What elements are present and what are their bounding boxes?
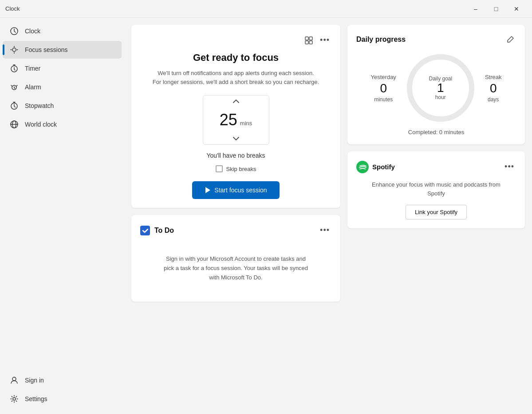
spotify-header: Spotify ••• [356, 160, 516, 173]
worldclock-icon [10, 120, 19, 129]
streak-label: Streak [485, 74, 502, 80]
time-value-row: 25 mins [213, 107, 260, 133]
minimize-button[interactable]: – [465, 2, 486, 16]
sidebar-item-worldclock[interactable]: World clock [3, 115, 122, 133]
play-icon [205, 187, 211, 194]
title-bar: Clock – □ ✕ [0, 0, 532, 18]
sidebar-label-stopwatch: Stopwatch [25, 102, 54, 109]
progress-title: Daily progress [356, 36, 406, 44]
person-icon [10, 376, 19, 385]
completed-text: Completed: 0 minutes [356, 129, 516, 135]
todo-logo-icon [140, 226, 150, 235]
app-body: Clock Focus sessions [0, 18, 532, 414]
time-unit: mins [240, 120, 252, 127]
todo-header: To Do ••• [140, 224, 331, 237]
focus-card-header: ••• [140, 34, 331, 47]
streak-value: 0 [485, 82, 502, 95]
streak-unit: days [485, 96, 502, 103]
clock-icon [10, 27, 19, 36]
daily-progress-card: Daily progress Yesterday 0 minutes [347, 25, 525, 144]
start-focus-button[interactable]: Start focus session [192, 181, 279, 199]
edit-progress-button[interactable] [504, 34, 516, 45]
sidebar-item-alarm[interactable]: Alarm [3, 78, 122, 96]
sidebar-label-settings: Settings [25, 395, 47, 402]
stopwatch-icon [10, 101, 19, 110]
todo-title: To Do [154, 227, 174, 235]
title-bar-controls: – □ ✕ [465, 2, 527, 16]
sidebar-label-focus: Focus sessions [25, 46, 67, 53]
active-indicator [3, 44, 4, 55]
sidebar-item-clock[interactable]: Clock [3, 22, 122, 40]
svg-rect-8 [309, 37, 312, 40]
sidebar-label-timer: Timer [25, 65, 40, 72]
right-column: Daily progress Yesterday 0 minutes [347, 25, 525, 407]
link-spotify-button[interactable]: Link your Spotify [406, 205, 467, 219]
sidebar: Clock Focus sessions [0, 18, 124, 414]
spotify-logo-icon [356, 161, 369, 173]
todo-description: Sign in with your Microsoft Account to c… [140, 244, 331, 293]
edit-icon [506, 36, 514, 44]
left-column: ••• Get ready to focus We'll turn off no… [131, 25, 340, 407]
spotify-description: Enhance your focus with music and podcas… [356, 180, 516, 198]
svg-rect-10 [309, 41, 312, 44]
time-number: 25 [220, 111, 237, 129]
sidebar-item-timer[interactable]: Timer [3, 60, 122, 77]
maximize-button[interactable]: □ [486, 2, 506, 16]
svg-rect-7 [305, 37, 308, 40]
chevron-down-icon [233, 136, 240, 141]
app-title: Clock [5, 5, 20, 12]
todo-title-row: To Do [140, 226, 174, 235]
streak-stat: Streak 0 days [485, 74, 502, 103]
start-button-label: Start focus session [214, 187, 267, 194]
close-button[interactable]: ✕ [506, 2, 527, 16]
focus-icon [10, 45, 19, 54]
compact-view-button[interactable] [303, 34, 315, 47]
spotify-more-options-button[interactable]: ••• [503, 160, 516, 173]
daily-goal-unit: hour [429, 94, 453, 100]
svg-point-6 [13, 398, 16, 400]
yesterday-value: 0 [371, 82, 396, 95]
svg-point-13 [356, 161, 369, 173]
spotify-logo-row: Spotify [356, 161, 395, 173]
alarm-icon [10, 83, 19, 92]
sidebar-item-signin[interactable]: Sign in [3, 371, 122, 389]
focus-title: Get ready to focus [140, 52, 331, 64]
spotify-brand-name: Spotify [372, 163, 395, 171]
yesterday-label: Yesterday [371, 74, 396, 80]
svg-point-5 [12, 377, 16, 381]
spotify-card: Spotify ••• Enhance your focus with musi… [347, 151, 525, 228]
time-decrease-button[interactable] [203, 133, 269, 144]
sidebar-nav: Clock Focus sessions [0, 18, 124, 370]
todo-card: To Do ••• Sign in with your Microsoft Ac… [131, 215, 340, 302]
timer-icon [10, 64, 19, 73]
yesterday-stat: Yesterday 0 minutes [371, 74, 396, 103]
sidebar-item-settings[interactable]: Settings [3, 390, 122, 408]
sidebar-label-alarm: Alarm [25, 84, 41, 91]
focus-session-card: ••• Get ready to focus We'll turn off no… [131, 25, 340, 208]
skip-breaks-checkbox[interactable] [216, 165, 223, 172]
compact-view-icon [305, 36, 313, 44]
circle-inner: Daily goal 1 hour [429, 76, 453, 100]
time-increase-button[interactable] [203, 96, 269, 107]
gear-icon [10, 394, 19, 403]
sidebar-item-stopwatch[interactable]: Stopwatch [3, 97, 122, 115]
sidebar-label-worldclock: World clock [25, 121, 57, 128]
title-bar-left: Clock [5, 5, 20, 12]
sidebar-item-focus[interactable]: Focus sessions [3, 41, 122, 59]
sidebar-label-signin: Sign in [25, 377, 44, 384]
progress-header: Daily progress [356, 34, 516, 45]
skip-breaks-label[interactable]: Skip breaks [226, 166, 256, 172]
daily-goal-value: 1 [429, 82, 453, 94]
todo-more-options-button[interactable]: ••• [318, 224, 331, 237]
skip-breaks-row: Skip breaks [140, 165, 331, 172]
yesterday-unit: minutes [371, 96, 396, 103]
no-breaks-text: You'll have no breaks [140, 152, 331, 159]
progress-circle: Daily goal 1 hour [405, 52, 476, 123]
main-content: ••• Get ready to focus We'll turn off no… [124, 18, 532, 414]
chevron-up-icon [233, 99, 240, 104]
sidebar-label-clock: Clock [25, 28, 40, 35]
spotify-more-icon: ••• [504, 162, 514, 171]
progress-stats: Yesterday 0 minutes Daily goal 1 hour [356, 52, 516, 123]
time-picker: 25 mins [203, 95, 269, 145]
focus-more-options-button[interactable]: ••• [318, 34, 331, 47]
